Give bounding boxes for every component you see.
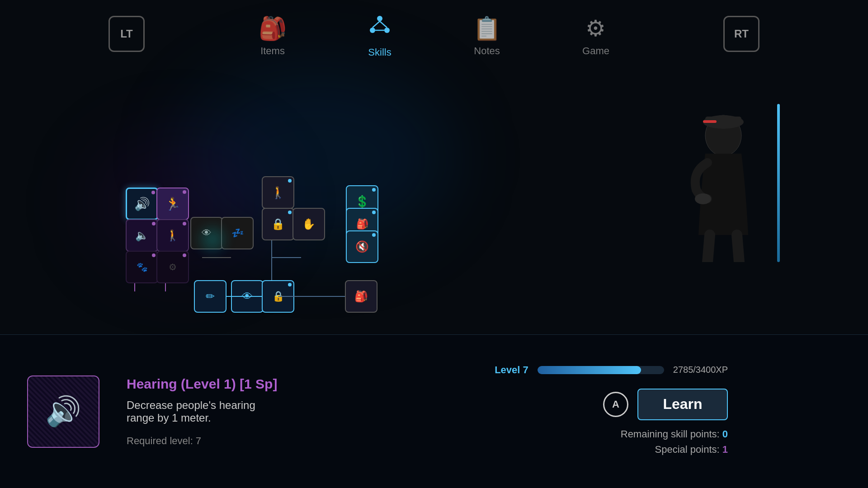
special-value: 1 <box>722 444 728 455</box>
svg-line-4 <box>380 21 387 28</box>
skill-node-movement[interactable]: 🏃 <box>156 188 189 220</box>
level-label: Level 7 <box>495 364 528 376</box>
rt-button[interactable]: RT <box>723 16 760 52</box>
xp-text: 2785/3400XP <box>673 365 728 375</box>
character-portrait <box>674 108 773 264</box>
svg-point-0 <box>377 16 382 21</box>
items-label: Items <box>260 45 285 57</box>
skill-node-lock-bottom[interactable]: 🔒 <box>262 280 294 313</box>
svg-point-23 <box>695 193 711 204</box>
skill-dot <box>183 190 186 194</box>
skill-node-bag-bottom[interactable]: 🎒 <box>345 280 377 313</box>
skill-dot <box>372 233 376 237</box>
bottom-panel: 🔊 Hearing (Level 1) [1 Sp] Decrease peop… <box>0 334 868 488</box>
right-controls: Level 7 2785/3400XP A Learn Remaining sk… <box>495 364 728 459</box>
selected-skill-icon: 🔊 <box>27 375 99 448</box>
nav-item-items[interactable]: 🎒 Items <box>259 15 287 57</box>
skills-icon <box>368 14 392 43</box>
vertical-progress-bar <box>777 104 780 262</box>
learn-button[interactable]: Learn <box>637 389 728 420</box>
skill-dot <box>288 211 292 214</box>
skill-title: Hearing (Level 1) [1 Sp] <box>127 376 283 392</box>
nav-item-skills[interactable]: Skills <box>368 14 392 58</box>
skill-node-pencil[interactable]: ✏ <box>194 280 226 313</box>
skill-dot <box>183 253 186 257</box>
skill-info: Hearing (Level 1) [1 Sp] Decrease people… <box>127 376 283 447</box>
svg-point-2 <box>384 28 390 33</box>
skill-dot <box>152 222 156 225</box>
xp-bar-container <box>538 366 664 374</box>
skill-node-person[interactable]: 🚶 <box>262 176 294 209</box>
nav-item-notes[interactable]: 📋 Notes <box>473 15 501 57</box>
character-svg <box>674 108 773 262</box>
remaining-value: 0 <box>722 428 728 440</box>
svg-point-1 <box>370 28 375 33</box>
items-icon: 🎒 <box>259 15 287 42</box>
remaining-skill-points: Remaining skill points: 0 <box>621 428 728 440</box>
skill-node-hearing-3[interactable]: 🐾 <box>126 251 158 283</box>
svg-line-3 <box>373 21 380 28</box>
skill-dot <box>183 222 186 225</box>
game-icon: ⚙ <box>585 15 606 42</box>
notes-icon: 📋 <box>473 15 501 42</box>
xp-section: Level 7 2785/3400XP <box>495 364 728 376</box>
skill-required-level: Required level: 7 <box>127 435 283 447</box>
top-nav: LT 🎒 Items Skills 📋 Notes ⚙ Game RT <box>0 0 868 72</box>
skill-node-mute[interactable]: 🔇 <box>346 230 378 263</box>
game-label: Game <box>582 45 609 57</box>
skill-node-hand[interactable]: ✋ <box>292 208 325 240</box>
nav-item-game[interactable]: ⚙ Game <box>582 15 609 57</box>
svg-rect-22 <box>703 120 717 123</box>
skill-dot <box>288 283 292 286</box>
glow-orb <box>194 221 231 258</box>
lt-button[interactable]: LT <box>108 16 145 52</box>
special-points: Special points: 1 <box>621 444 728 455</box>
skill-node-hearing[interactable]: 🔊 <box>126 188 158 220</box>
learn-section: A Learn <box>603 389 728 420</box>
points-info: Remaining skill points: 0 Special points… <box>621 428 728 459</box>
a-button: A <box>603 392 628 417</box>
skill-node-movement-3[interactable]: ⚙ <box>156 251 189 283</box>
skills-label: Skills <box>368 47 391 58</box>
skill-description: Decrease people's hearing range by 1 met… <box>127 399 283 424</box>
skill-dot <box>288 179 292 183</box>
skill-dot <box>152 253 156 257</box>
skill-dot <box>372 188 376 192</box>
skill-dot <box>372 211 376 214</box>
skill-node-movement-2[interactable]: 🚶 <box>156 219 189 252</box>
skill-dot <box>151 191 155 194</box>
xp-bar-fill <box>538 366 642 374</box>
notes-label: Notes <box>474 45 500 57</box>
skill-node-eye[interactable]: 👁 <box>231 280 264 313</box>
skill-node-lock[interactable]: 🔒 <box>262 208 294 240</box>
skill-node-hearing-2[interactable]: 🔈 <box>126 219 158 252</box>
